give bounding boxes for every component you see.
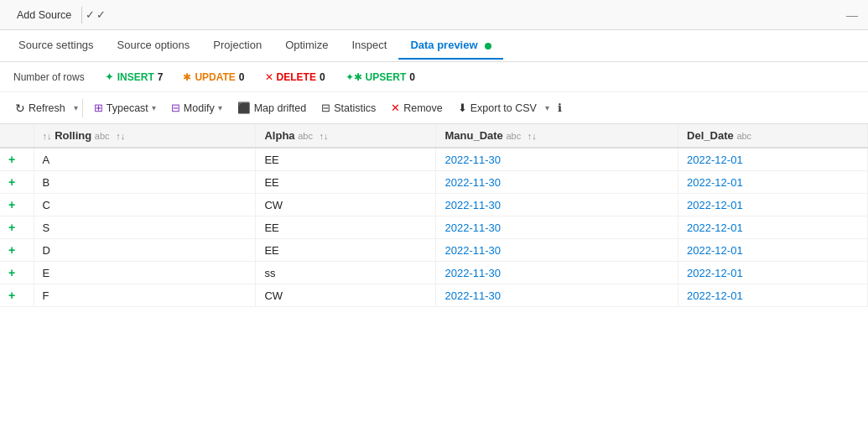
row-alpha: EE xyxy=(256,239,436,262)
row-del-date: 2022-12-01 xyxy=(678,239,868,262)
table-row: + D EE 2022-11-30 2022-12-01 xyxy=(0,239,868,262)
col-manu-date: Manu_Date abc ↑↓ xyxy=(436,124,678,148)
row-manu-date: 2022-11-30 xyxy=(436,216,678,239)
row-icon-cell[interactable]: + xyxy=(0,194,34,216)
delete-item: ✕ DELETE 0 xyxy=(265,71,325,83)
data-table-container: ↑↓ Rolling abc ↑↓ Alpha abc ↑↓ Manu_Date… xyxy=(0,124,868,307)
row-del-date: 2022-12-01 xyxy=(678,194,868,216)
row-manu-date: 2022-11-30 xyxy=(436,171,678,194)
col-rolling: ↑↓ Rolling abc ↑↓ xyxy=(34,124,256,148)
add-source-button[interactable]: Add Source xyxy=(10,6,78,24)
refresh-label: Refresh xyxy=(29,102,65,114)
col-row-icon xyxy=(0,124,34,148)
data-preview-dot xyxy=(485,43,491,49)
delete-count: 0 xyxy=(320,71,325,83)
top-divider xyxy=(81,7,82,23)
sort-icon-rolling2[interactable]: ↑↓ xyxy=(116,131,125,141)
row-manu-date: 2022-11-30 xyxy=(436,194,678,216)
tab-source-options[interactable]: Source options xyxy=(106,32,202,60)
row-icon-cell[interactable]: + xyxy=(0,171,34,194)
export-button[interactable]: ⬇ Export to CSV xyxy=(451,98,543,117)
col-alpha: Alpha abc ↑↓ xyxy=(256,124,436,148)
map-drifted-label: Map drifted xyxy=(254,102,307,114)
row-manu-date: 2022-11-30 xyxy=(436,239,678,262)
update-star-icon: ✱ xyxy=(183,71,191,83)
typecast-label: Typecast xyxy=(107,102,148,114)
col-manu-date-type: abc xyxy=(506,131,521,141)
refresh-icon: ↻ xyxy=(15,102,25,115)
export-chevron-icon[interactable]: ▾ xyxy=(545,103,549,112)
modify-button[interactable]: ⊟ Modify ▾ xyxy=(164,98,229,117)
sort-icon-alpha[interactable]: ↑↓ xyxy=(320,131,329,141)
remove-button[interactable]: ✕ Remove xyxy=(384,98,450,117)
info-icon: ℹ xyxy=(558,102,562,114)
upsert-label: UPSERT xyxy=(366,71,407,83)
row-del-date: 2022-12-01 xyxy=(678,262,868,284)
minimize-icon[interactable]: — xyxy=(846,8,858,22)
statistics-label: Statistics xyxy=(334,102,376,114)
row-alpha: EE xyxy=(256,148,436,171)
refresh-button[interactable]: ↻ Refresh xyxy=(8,98,72,118)
tab-optimize[interactable]: Optimize xyxy=(273,32,340,60)
row-icon-cell[interactable]: + xyxy=(0,148,34,171)
col-del-date: Del_Date abc xyxy=(678,124,868,148)
row-manu-date: 2022-11-30 xyxy=(436,284,678,307)
row-rolling: E xyxy=(34,262,256,284)
check2-icon: ✓ xyxy=(96,8,106,21)
data-table: ↑↓ Rolling abc ↑↓ Alpha abc ↑↓ Manu_Date… xyxy=(0,124,868,307)
row-del-date: 2022-12-01 xyxy=(678,171,868,194)
chevron-down-icon[interactable]: ▾ xyxy=(74,103,78,112)
row-del-date: 2022-12-01 xyxy=(678,216,868,239)
tab-projection[interactable]: Projection xyxy=(201,32,273,60)
tab-source-settings[interactable]: Source settings xyxy=(7,32,106,60)
row-rolling: B xyxy=(34,171,256,194)
map-drifted-icon: ⬛ xyxy=(237,102,251,114)
table-row: + A EE 2022-11-30 2022-12-01 xyxy=(0,148,868,171)
row-alpha: EE xyxy=(256,216,436,239)
modify-icon: ⊟ xyxy=(171,102,180,114)
table-row: + C CW 2022-11-30 2022-12-01 xyxy=(0,194,868,216)
row-alpha: CW xyxy=(256,194,436,216)
row-icon-cell[interactable]: + xyxy=(0,284,34,307)
check1-icon: ✓ xyxy=(86,8,95,21)
tab-bar: Source settings Source options Projectio… xyxy=(0,30,868,62)
statistics-button[interactable]: ⊟ Statistics xyxy=(314,98,382,117)
update-count: 0 xyxy=(239,71,245,83)
row-alpha: CW xyxy=(256,284,436,307)
row-icon-cell[interactable]: + xyxy=(0,239,34,262)
rows-label: Number of rows xyxy=(13,71,85,83)
top-bar: Add Source ✓ ✓ — xyxy=(0,0,868,30)
row-icon-cell[interactable]: + xyxy=(0,216,34,239)
tab-inspect[interactable]: Inspect xyxy=(340,32,398,60)
sep1 xyxy=(82,99,83,117)
typecast-icon: ⊞ xyxy=(94,102,103,114)
row-icon-cell[interactable]: + xyxy=(0,262,34,284)
row-alpha: EE xyxy=(256,171,436,194)
export-icon: ⬇ xyxy=(458,102,467,114)
delete-label: DELETE xyxy=(277,71,316,83)
checkmarks: ✓ ✓ xyxy=(86,8,106,21)
remove-label: Remove xyxy=(403,102,443,114)
tab-data-preview[interactable]: Data preview xyxy=(398,32,503,60)
row-rolling: C xyxy=(34,194,256,216)
row-rolling: D xyxy=(34,239,256,262)
sort-icon-manu-date[interactable]: ↑↓ xyxy=(528,131,537,141)
table-row: + F CW 2022-11-30 2022-12-01 xyxy=(0,284,868,307)
typecast-button[interactable]: ⊞ Typecast ▾ xyxy=(87,98,163,117)
insert-label: INSERT xyxy=(117,71,154,83)
sort-icon-rolling[interactable]: ↑↓ xyxy=(43,131,52,141)
col-manu-date-label: Manu_Date xyxy=(444,129,502,142)
insert-plus-icon: ✦ xyxy=(105,70,114,83)
row-manu-date: 2022-11-30 xyxy=(436,148,678,171)
remove-icon: ✕ xyxy=(391,102,400,114)
col-alpha-label: Alpha xyxy=(264,129,294,142)
row-rolling: A xyxy=(34,148,256,171)
upsert-count: 0 xyxy=(409,71,415,83)
row-rolling: S xyxy=(34,216,256,239)
modify-chevron: ▾ xyxy=(218,103,222,112)
map-drifted-button[interactable]: ⬛ Map drifted xyxy=(231,98,314,117)
modify-label: Modify xyxy=(184,102,215,114)
export-label: Export to CSV xyxy=(470,102,537,114)
info-button[interactable]: ℹ xyxy=(551,98,569,117)
upsert-icon: ✦✱ xyxy=(346,71,362,83)
